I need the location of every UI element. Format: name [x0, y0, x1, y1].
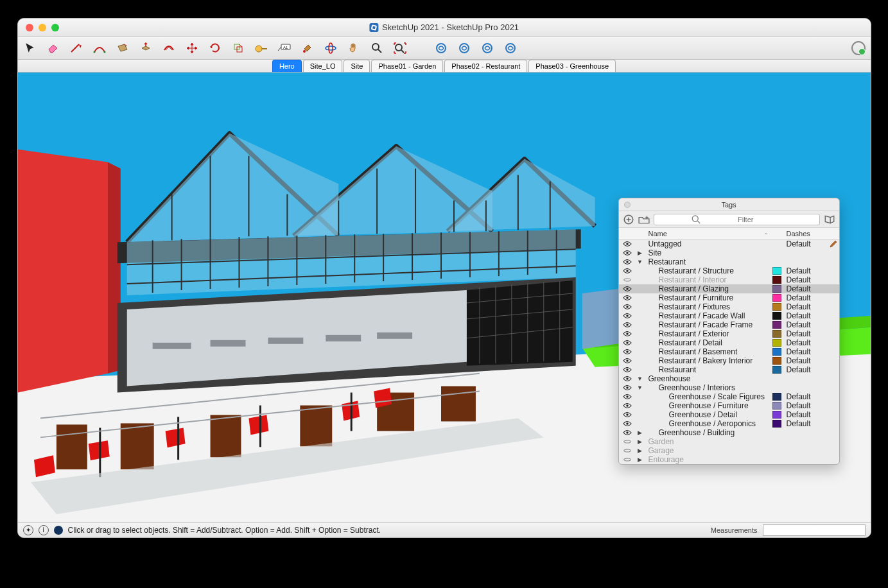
tags-menu-icon[interactable]: [824, 214, 835, 225]
tag-row[interactable]: Restaurant / FurnitureDefault: [619, 293, 839, 302]
zoom-tool[interactable]: [370, 41, 384, 55]
expand-toggle[interactable]: ▶: [636, 446, 645, 455]
color-swatch[interactable]: [772, 285, 781, 293]
dash-style[interactable]: Default: [783, 293, 828, 302]
pencil-icon[interactable]: [830, 240, 837, 248]
tag-row[interactable]: Greenhouse / Scale FiguresDefault: [619, 392, 839, 401]
select-tool[interactable]: [23, 41, 37, 55]
measurements-input[interactable]: [763, 524, 866, 536]
tag-row[interactable]: ▶Garden: [619, 437, 839, 446]
tag-name[interactable]: Restaurant / Bakery Interior: [645, 356, 771, 365]
tag-row[interactable]: ▶Garage: [619, 446, 839, 455]
expand-toggle[interactable]: ▶: [636, 428, 645, 437]
scene-tab-site-lo[interactable]: Site_LO: [303, 60, 343, 72]
geolocation-icon[interactable]: ✦: [23, 525, 33, 535]
expand-toggle[interactable]: ▼: [636, 383, 645, 392]
visibility-eye-closed-icon[interactable]: [619, 456, 636, 463]
dash-style[interactable]: Default: [783, 356, 828, 365]
arc-tool[interactable]: [92, 41, 107, 55]
add-tag-icon[interactable]: [623, 214, 634, 225]
dash-style[interactable]: Default: [783, 302, 828, 311]
visibility-eye-open-icon[interactable]: [619, 286, 636, 292]
visibility-eye-closed-icon[interactable]: [619, 447, 636, 454]
dash-style[interactable]: Default: [783, 419, 828, 428]
visibility-eye-open-icon[interactable]: [619, 420, 636, 427]
tag-name[interactable]: Entourage: [645, 455, 771, 464]
tape-tool[interactable]: [254, 41, 268, 55]
tags-list[interactable]: UntaggedDefault▶Site▼RestaurantRestauran…: [619, 239, 839, 464]
visibility-eye-open-icon[interactable]: [619, 376, 636, 382]
tag-row[interactable]: Restaurant / Facade WallDefault: [619, 311, 839, 320]
tag-name[interactable]: Restaurant: [645, 257, 771, 266]
visibility-eye-open-icon[interactable]: [619, 393, 636, 400]
dash-style[interactable]: Default: [783, 401, 828, 410]
tag-row[interactable]: ▶Site: [619, 248, 839, 257]
visibility-eye-open-icon[interactable]: [619, 241, 636, 247]
visibility-eye-open-icon[interactable]: [619, 295, 636, 301]
col-name[interactable]: Name⌄: [645, 230, 771, 238]
color-swatch[interactable]: [772, 312, 781, 320]
visibility-eye-open-icon[interactable]: [619, 411, 636, 418]
offset-tool[interactable]: [162, 41, 176, 55]
rectangle-tool[interactable]: [116, 41, 130, 55]
dash-style[interactable]: Default: [783, 329, 828, 338]
color-swatch[interactable]: [772, 321, 781, 329]
color-swatch[interactable]: [772, 357, 781, 365]
dash-style[interactable]: Default: [783, 338, 828, 347]
visibility-eye-open-icon[interactable]: [619, 429, 636, 436]
tag-name[interactable]: Restaurant / Furniture: [645, 293, 771, 302]
tag-name[interactable]: Restaurant / Facade Frame: [645, 320, 771, 329]
color-swatch[interactable]: [772, 411, 781, 419]
tag-row[interactable]: ▼Greenhouse / Interiors: [619, 383, 839, 392]
dash-style[interactable]: Default: [783, 320, 828, 329]
model-viewport[interactable]: Tags Name⌄: [18, 73, 871, 522]
expand-toggle[interactable]: ▶: [636, 455, 645, 464]
dash-style[interactable]: Default: [783, 392, 828, 401]
tag-row[interactable]: ▶Entourage: [619, 455, 839, 464]
dash-style[interactable]: Default: [783, 410, 828, 419]
visibility-eye-open-icon[interactable]: [619, 259, 636, 265]
dash-style[interactable]: Default: [783, 275, 828, 284]
color-swatch[interactable]: [772, 276, 781, 284]
visibility-eye-closed-icon[interactable]: [619, 277, 636, 283]
tag-name[interactable]: Restaurant: [645, 365, 771, 374]
info-icon[interactable]: i: [39, 525, 49, 535]
expand-toggle[interactable]: ▶: [636, 437, 645, 446]
maximize-button[interactable]: [51, 24, 59, 31]
visibility-eye-open-icon[interactable]: [619, 268, 636, 274]
color-swatch[interactable]: [772, 402, 781, 410]
tag-name[interactable]: Untagged: [645, 239, 771, 248]
tag-row[interactable]: Restaurant / Facade FrameDefault: [619, 320, 839, 329]
visibility-eye-open-icon[interactable]: [619, 385, 636, 391]
visibility-eye-open-icon[interactable]: [619, 313, 636, 319]
dash-style[interactable]: Default: [783, 266, 828, 275]
visibility-eye-open-icon[interactable]: [619, 331, 636, 337]
tag-name[interactable]: Garden: [645, 437, 771, 446]
tag-name[interactable]: Restaurant / Exterior: [645, 329, 771, 338]
tag-name[interactable]: Garage: [645, 446, 771, 455]
tag-name[interactable]: Restaurant / Glazing: [645, 284, 771, 293]
visibility-eye-open-icon[interactable]: [619, 349, 636, 355]
dash-style[interactable]: Default: [783, 365, 828, 374]
ext-blue-4[interactable]: [503, 41, 518, 55]
visibility-eye-open-icon[interactable]: [619, 367, 636, 373]
tag-name[interactable]: Restaurant / Facade Wall: [645, 311, 771, 320]
line-tool[interactable]: [69, 41, 83, 55]
color-swatch[interactable]: [772, 330, 781, 338]
credits-icon[interactable]: [54, 526, 63, 535]
tag-name[interactable]: Greenhouse / Scale Figures: [645, 392, 771, 401]
scene-tab-phase01-garden[interactable]: Phase01 - Garden: [371, 60, 443, 72]
visibility-eye-open-icon[interactable]: [619, 358, 636, 364]
tag-row[interactable]: RestaurantDefault: [619, 365, 839, 374]
pushpull-tool[interactable]: [139, 41, 153, 55]
tag-row[interactable]: Greenhouse / FurnitureDefault: [619, 401, 839, 410]
rotate-tool[interactable]: [208, 41, 222, 55]
tag-name[interactable]: Site: [645, 248, 771, 257]
color-swatch[interactable]: [772, 366, 781, 374]
tag-row[interactable]: UntaggedDefault: [619, 239, 839, 248]
scene-tab-phase03-greenhouse[interactable]: Phase03 - Greenhouse: [528, 60, 616, 72]
tag-row[interactable]: Restaurant / FixturesDefault: [619, 302, 839, 311]
filter-input[interactable]: [738, 216, 817, 223]
paint-tool[interactable]: [300, 41, 315, 55]
tag-row[interactable]: Restaurant / BasementDefault: [619, 347, 839, 356]
